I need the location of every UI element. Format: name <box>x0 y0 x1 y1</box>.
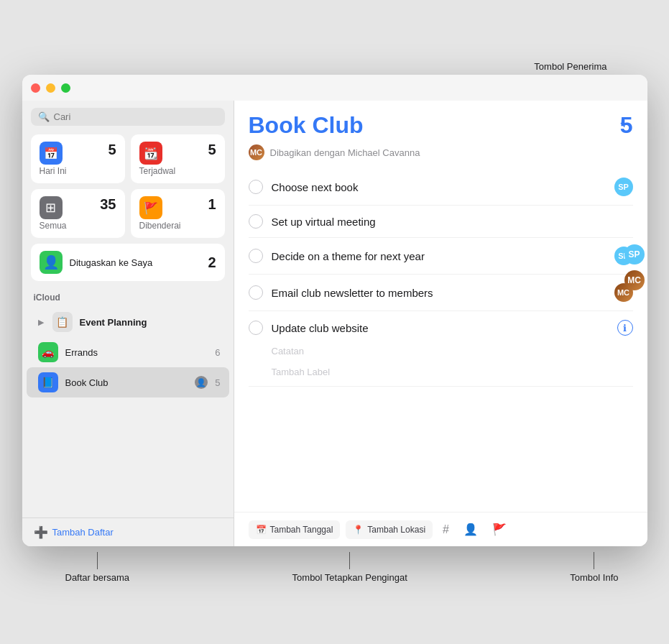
shared-avatar-img: MC <box>249 144 264 160</box>
add-location-label: Tambah Lokasi <box>367 525 425 535</box>
sidebar: 🔍 📅 5 Hari Ini 📆 5 <box>22 101 234 546</box>
flagged-count: 1 <box>208 196 216 213</box>
add-list-label: Tambah Daftar <box>52 527 114 538</box>
flagged-label: Dibenderai <box>139 221 216 231</box>
scheduled-count: 5 <box>208 142 216 158</box>
sidebar-item-event-planning[interactable]: ▶ 📋 Event Planning <box>27 307 229 337</box>
task-text: Email club newsletter to members <box>272 287 606 299</box>
today-count: 5 <box>108 142 116 158</box>
task-text: Set up virtual meeting <box>272 216 633 228</box>
task-text: Decide on a theme for next year <box>272 250 606 262</box>
task-toolbar: 📅 Tambah Tanggal 📍 Tambah Lokasi # 👤 🚩 <box>234 512 647 546</box>
task-checkbox[interactable] <box>249 214 263 229</box>
close-button[interactable] <box>31 83 40 93</box>
task-item: Email club newsletter to members MC <box>249 275 633 311</box>
task-item-top: Update club website ℹ <box>249 320 633 336</box>
smart-list-scheduled[interactable]: 📆 5 Terjadwal <box>131 134 225 183</box>
task-list: Choose next book SP Set up virtual meeti… <box>234 169 647 512</box>
task-item: Set up virtual meeting <box>249 206 633 238</box>
search-input[interactable] <box>54 111 218 122</box>
add-task-button[interactable]: + <box>613 112 636 135</box>
errands-count: 6 <box>215 347 220 358</box>
shared-by-label: Dibagikan dengan Michael Cavanna <box>270 147 420 158</box>
detail-panel: + SP MC Book Club 5 MC Dibagikan dengan … <box>234 101 647 546</box>
errands-icon: 🚗 <box>38 342 58 362</box>
assigned-to-me-item[interactable]: 👤 Ditugaskan ke Saya 2 <box>31 244 225 281</box>
shared-by-row: MC Dibagikan dengan Michael Cavanna <box>234 144 647 169</box>
detail-header: Book Club 5 <box>234 101 647 144</box>
task-item-editing: Update club website ℹ Catatan Tambah Lab… <box>249 311 633 387</box>
main-content: 🔍 📅 5 Hari Ini 📆 5 <box>22 101 647 546</box>
minimize-button[interactable] <box>46 83 55 93</box>
assigned-label: Ditugaskan ke Saya <box>70 257 153 268</box>
task-notes-placeholder[interactable]: Catatan <box>249 346 305 356</box>
today-label: Hari Ini <box>40 166 116 176</box>
callout-bottom-left: Daftar bersama <box>65 572 130 583</box>
task-text: Choose next book <box>272 181 606 193</box>
smart-list-today[interactable]: 📅 5 Hari Ini <box>31 134 125 183</box>
task-checkbox[interactable] <box>249 321 263 335</box>
avatar-mc: MC <box>624 270 645 290</box>
add-location-button[interactable]: 📍 Tambah Lokasi <box>346 520 433 539</box>
smart-list-flagged[interactable]: 🚩 1 Dibenderai <box>131 189 225 238</box>
sidebar-item-errands[interactable]: 🚗 Errands 6 <box>27 337 229 367</box>
assigned-icon: 👤 <box>40 251 63 274</box>
callout-top-label: Tombol Penerima <box>534 61 606 72</box>
task-item: Decide on a theme for next year SP <box>249 238 633 275</box>
expand-icon: ▶ <box>38 318 44 327</box>
add-date-label: Tambah Tanggal <box>270 525 333 535</box>
all-count: 35 <box>100 196 116 213</box>
add-date-button[interactable]: 📅 Tambah Tanggal <box>249 520 341 539</box>
hashtag-button[interactable]: # <box>438 520 453 539</box>
assigned-count: 2 <box>208 254 216 271</box>
maximize-button[interactable] <box>61 83 70 93</box>
shared-icon: 👤 <box>195 376 208 389</box>
flagged-icon: 🚩 <box>139 196 162 219</box>
smart-list-all[interactable]: ⊞ 35 Semua <box>31 189 125 238</box>
smart-lists-grid: 📅 5 Hari Ini 📆 5 Terjadwal <box>22 134 234 244</box>
assign-button[interactable]: 👤 <box>459 520 482 539</box>
search-bar[interactable]: 🔍 <box>31 108 225 126</box>
task-checkbox[interactable] <box>249 249 263 263</box>
task-labels-placeholder[interactable]: Tambah Label <box>249 367 331 377</box>
shared-avatar: MC <box>249 144 264 160</box>
task-checkbox[interactable] <box>249 285 263 300</box>
callout-bottom-middle: Tombol Tetapkan Pengingat <box>292 572 407 583</box>
avatar-sp: SP <box>624 244 645 264</box>
detail-title: Book Club <box>249 112 364 139</box>
scheduled-icon: 📆 <box>139 142 162 165</box>
book-club-label: Book Club <box>65 377 188 388</box>
all-icon: ⊞ <box>40 196 63 219</box>
errands-label: Errands <box>65 347 208 358</box>
sidebar-item-book-club[interactable]: 📘 Book Club 👤 5 <box>27 367 229 397</box>
book-club-count: 5 <box>215 377 220 388</box>
app-window: 🔍 📅 5 Hari Ini 📆 5 <box>22 75 647 546</box>
event-planning-icon: 📋 <box>52 312 73 332</box>
add-list-icon: ➕ <box>34 525 48 539</box>
assigned-left: 👤 Ditugaskan ke Saya <box>40 251 153 274</box>
right-avatars: SP MC <box>624 244 647 290</box>
title-bar <box>22 75 647 101</box>
flag-button[interactable]: 🚩 <box>488 520 511 539</box>
location-icon: 📍 <box>353 525 364 535</box>
add-list-button[interactable]: ➕ Tambah Daftar <box>22 518 234 546</box>
book-club-icon: 📘 <box>38 372 58 392</box>
icloud-lists: ▶ 📋 Event Planning 🚗 Errands 6 📘 Book Cl… <box>22 307 234 518</box>
scheduled-label: Terjadwal <box>139 166 216 176</box>
task-item: Choose next book SP <box>249 169 633 206</box>
icloud-section-header: iCloud <box>22 290 234 307</box>
event-planning-label: Event Planning <box>80 317 221 328</box>
search-icon: 🔍 <box>38 111 50 122</box>
all-label: Semua <box>40 221 116 231</box>
task-text: Update club website <box>272 322 609 334</box>
callout-bottom-right: Tombol Info <box>570 572 618 583</box>
task-assignee-sp: SP <box>614 178 633 196</box>
calendar-icon: 📅 <box>256 525 267 535</box>
task-checkbox[interactable] <box>249 180 263 194</box>
info-button[interactable]: ℹ <box>617 320 633 336</box>
today-icon: 📅 <box>40 142 63 165</box>
